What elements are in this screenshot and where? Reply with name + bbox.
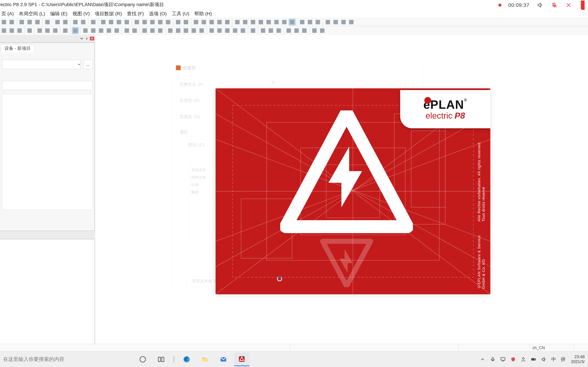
page-prev-icon[interactable] bbox=[108, 19, 114, 25]
hatch3-icon[interactable] bbox=[224, 27, 231, 34]
panel-dropdown-icon[interactable] bbox=[80, 36, 84, 41]
microphone-muted-icon[interactable] bbox=[551, 1, 558, 9]
cut-icon[interactable] bbox=[18, 19, 25, 25]
symbol1-icon[interactable] bbox=[123, 27, 130, 34]
zoom-out-icon[interactable] bbox=[157, 19, 164, 25]
circuit2-icon[interactable] bbox=[149, 27, 156, 34]
menu-page[interactable]: 页 (A) bbox=[1, 10, 15, 18]
term1-icon[interactable] bbox=[260, 27, 267, 34]
device2-icon[interactable] bbox=[175, 27, 182, 34]
conn1-icon[interactable] bbox=[36, 27, 43, 34]
tray-monitor-icon[interactable] bbox=[499, 356, 507, 363]
page-list-icon[interactable] bbox=[123, 19, 130, 25]
window-icon[interactable] bbox=[289, 19, 295, 25]
menu-edit[interactable]: 编辑 (E) bbox=[50, 10, 68, 18]
renumber3-icon[interactable] bbox=[16, 27, 23, 34]
tray-volume-icon[interactable] bbox=[540, 356, 547, 363]
refresh-icon[interactable] bbox=[133, 19, 140, 25]
taskbar-search[interactable]: 在这里输入你要搜索的内容 bbox=[0, 351, 131, 367]
paste-icon[interactable] bbox=[34, 19, 41, 25]
doc-open-icon[interactable] bbox=[90, 27, 97, 34]
conn3-icon[interactable] bbox=[52, 27, 59, 34]
cortana-icon[interactable] bbox=[135, 352, 150, 366]
menu-help[interactable]: 帮助 (H) bbox=[194, 10, 213, 18]
marker-icon[interactable] bbox=[250, 27, 256, 34]
zoom-region-icon[interactable] bbox=[165, 19, 172, 25]
tray-microphone-icon[interactable] bbox=[489, 356, 496, 363]
device4-icon[interactable] bbox=[190, 27, 197, 34]
input-full-page-name[interactable]: /1 bbox=[270, 80, 401, 90]
flag-icon[interactable] bbox=[319, 27, 326, 34]
hash3-icon[interactable] bbox=[250, 19, 256, 25]
copy-icon[interactable] bbox=[26, 19, 33, 25]
text-icon[interactable] bbox=[348, 19, 355, 25]
doc-print-icon[interactable] bbox=[113, 27, 120, 34]
eraser-icon[interactable] bbox=[62, 19, 69, 25]
taskbar-clock[interactable]: 23:48 2021/3/ bbox=[569, 354, 585, 364]
renumber2-icon[interactable] bbox=[8, 27, 15, 34]
panel-pin-icon[interactable] bbox=[85, 36, 89, 41]
ime-indicator-2[interactable]: 拼 bbox=[560, 356, 567, 363]
menu-view[interactable]: 视图 (V) bbox=[72, 10, 90, 18]
arrow-icon[interactable] bbox=[257, 19, 264, 25]
sort-icon[interactable] bbox=[44, 19, 51, 25]
part2-icon[interactable] bbox=[293, 27, 300, 34]
box2-icon[interactable] bbox=[273, 19, 280, 25]
nav-forward-icon[interactable] bbox=[182, 19, 189, 25]
plc-icon[interactable] bbox=[62, 27, 69, 34]
zoom-fit-icon[interactable] bbox=[141, 19, 148, 25]
hash-icon[interactable] bbox=[234, 19, 241, 25]
mail-icon[interactable] bbox=[216, 352, 231, 366]
cursor-icon[interactable] bbox=[72, 27, 79, 34]
highlight-icon[interactable] bbox=[281, 19, 288, 25]
cart-icon[interactable] bbox=[340, 19, 347, 25]
browse-full-page-name[interactable] bbox=[404, 80, 414, 90]
doc-new-icon[interactable] bbox=[82, 27, 89, 34]
part1-icon[interactable] bbox=[285, 27, 292, 34]
device1-icon[interactable] bbox=[167, 27, 174, 34]
device5-icon[interactable] bbox=[198, 27, 205, 34]
hatch1-icon[interactable] bbox=[208, 27, 215, 34]
grid-toggle-icon[interactable] bbox=[216, 19, 223, 25]
dim2-icon[interactable] bbox=[307, 19, 313, 25]
part3-icon[interactable] bbox=[301, 27, 308, 34]
term2-icon[interactable] bbox=[268, 27, 274, 34]
device-filter-combo[interactable] bbox=[2, 60, 81, 69]
save-icon[interactable] bbox=[90, 19, 97, 25]
tray-security-icon[interactable] bbox=[509, 356, 517, 363]
device-search-input[interactable] bbox=[2, 81, 93, 90]
menu-options[interactable]: 选项 (O) bbox=[148, 10, 167, 18]
device-panel-tab[interactable]: 设备 - 新项目 bbox=[1, 44, 35, 52]
edit-icon[interactable] bbox=[0, 19, 7, 25]
edge-browser-icon[interactable] bbox=[179, 352, 194, 366]
symbol2-icon[interactable] bbox=[131, 27, 138, 34]
brush-icon[interactable] bbox=[54, 19, 61, 25]
tray-battery-icon[interactable] bbox=[530, 356, 537, 363]
hatch2-icon[interactable] bbox=[216, 27, 223, 34]
box-icon[interactable] bbox=[265, 19, 272, 25]
new-page-icon[interactable] bbox=[100, 19, 107, 25]
nav-back-icon[interactable] bbox=[175, 19, 182, 25]
grid-dots-icon[interactable] bbox=[193, 19, 199, 25]
window-close-edge[interactable] bbox=[581, 0, 585, 10]
term3-icon[interactable] bbox=[275, 27, 282, 34]
menu-tools[interactable]: 工具 (U) bbox=[171, 10, 190, 18]
dim1-icon[interactable] bbox=[299, 19, 306, 25]
device-tree[interactable] bbox=[2, 94, 93, 210]
renumber1-icon[interactable] bbox=[0, 27, 7, 34]
redo-icon[interactable] bbox=[80, 19, 86, 25]
page-next-icon[interactable] bbox=[115, 19, 122, 25]
hatch4-icon[interactable] bbox=[232, 27, 239, 34]
hash2-icon[interactable] bbox=[242, 19, 249, 25]
wrench-icon[interactable] bbox=[8, 19, 15, 25]
grid-lines-icon[interactable] bbox=[200, 19, 207, 25]
doc-export-icon[interactable] bbox=[105, 27, 112, 34]
tray-people-icon[interactable] bbox=[520, 356, 527, 363]
dim3-icon[interactable] bbox=[314, 19, 321, 25]
rect-icon[interactable] bbox=[240, 27, 246, 34]
undo-icon[interactable] bbox=[72, 19, 79, 25]
menu-project-data[interactable]: 项目数据 (R) bbox=[94, 10, 122, 18]
grid-off-icon[interactable] bbox=[224, 19, 231, 25]
circuit1-icon[interactable] bbox=[141, 27, 148, 34]
ime-indicator-1[interactable]: 中 bbox=[550, 356, 557, 363]
